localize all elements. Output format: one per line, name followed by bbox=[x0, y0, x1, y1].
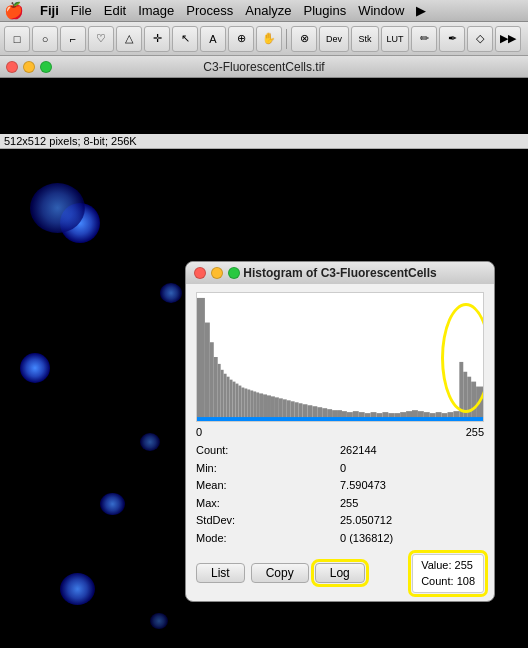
svg-rect-12 bbox=[241, 388, 244, 421]
tool-cancel[interactable]: ⊗ bbox=[291, 26, 317, 52]
minimize-button[interactable] bbox=[23, 61, 35, 73]
count-value: 262144 bbox=[340, 442, 484, 460]
close-button[interactable] bbox=[6, 61, 18, 73]
count-label: Count: bbox=[196, 442, 340, 460]
tool-pen[interactable]: ✒ bbox=[439, 26, 465, 52]
min-value: 0 bbox=[340, 460, 484, 478]
svg-rect-2 bbox=[210, 342, 214, 421]
maximize-button[interactable] bbox=[40, 61, 52, 73]
cell-8 bbox=[160, 283, 182, 303]
cell-4 bbox=[100, 493, 125, 515]
histogram-chart-inner bbox=[197, 293, 483, 421]
hist-xmax: 255 bbox=[466, 426, 484, 438]
mean-value: 7.590473 bbox=[340, 477, 484, 495]
hist-maximize-button[interactable] bbox=[228, 267, 240, 279]
menu-file[interactable]: File bbox=[71, 3, 92, 18]
histogram-xaxis: 0 255 bbox=[196, 426, 484, 438]
svg-rect-10 bbox=[235, 384, 238, 421]
cell-7 bbox=[150, 613, 168, 629]
menu-image[interactable]: Image bbox=[138, 3, 174, 18]
tool-arrow[interactable]: ↖ bbox=[172, 26, 198, 52]
svg-rect-1 bbox=[205, 323, 210, 421]
toolbar: □ ○ ⌐ ♡ △ ✛ ↖ A ⊕ ✋ ⊗ Dev Stk LUT ✏ ✒ ◇ … bbox=[0, 22, 528, 56]
hist-xmin: 0 bbox=[196, 426, 202, 438]
max-value: 255 bbox=[340, 495, 484, 513]
tool-freehand[interactable]: ♡ bbox=[88, 26, 114, 52]
copy-button[interactable]: Copy bbox=[251, 563, 309, 583]
histogram-traffic-lights bbox=[194, 267, 240, 279]
tool-text[interactable]: A bbox=[200, 26, 226, 52]
svg-rect-15 bbox=[250, 390, 253, 421]
menu-window[interactable]: Window bbox=[358, 3, 404, 18]
svg-rect-9 bbox=[233, 382, 236, 421]
histogram-stats: Count: 262144 Min: 0 Mean: 7.590473 Max:… bbox=[196, 442, 484, 548]
menu-edit[interactable]: Edit bbox=[104, 3, 126, 18]
svg-rect-8 bbox=[230, 380, 233, 421]
svg-rect-59 bbox=[467, 377, 471, 421]
svg-rect-18 bbox=[259, 393, 263, 421]
stddev-label: StdDev: bbox=[196, 512, 340, 530]
histogram-dialog: Histogram of C3-FluorescentCells bbox=[185, 261, 495, 602]
tool-lut[interactable]: LUT bbox=[381, 26, 409, 52]
value-count-box: Value: 255 Count: 108 bbox=[412, 554, 484, 593]
svg-rect-3 bbox=[214, 357, 218, 421]
image-titlebar: C3-FluorescentCells.tif bbox=[0, 56, 528, 78]
svg-rect-6 bbox=[224, 374, 227, 421]
image-title: C3-FluorescentCells.tif bbox=[203, 60, 324, 74]
hist-minimize-button[interactable] bbox=[211, 267, 223, 279]
svg-rect-61 bbox=[476, 387, 483, 421]
tool-triangle[interactable]: △ bbox=[116, 26, 142, 52]
tool-oval[interactable]: ○ bbox=[32, 26, 58, 52]
svg-rect-17 bbox=[256, 392, 259, 421]
tool-crosshair[interactable]: ✛ bbox=[144, 26, 170, 52]
svg-rect-7 bbox=[227, 377, 230, 421]
image-info-bar: 512x512 pixels; 8-bit; 256K bbox=[0, 134, 528, 149]
svg-rect-19 bbox=[263, 394, 267, 421]
svg-rect-0 bbox=[197, 298, 205, 421]
cell-3 bbox=[20, 353, 50, 383]
tool-stk[interactable]: Stk bbox=[351, 26, 379, 52]
menu-more[interactable]: ▶ bbox=[416, 3, 426, 18]
image-info-text: 512x512 pixels; 8-bit; 256K bbox=[4, 135, 137, 147]
histogram-chart bbox=[196, 292, 484, 422]
count-label: Count: bbox=[421, 575, 453, 587]
toolbar-separator bbox=[286, 29, 287, 49]
tool-more[interactable]: ▶▶ bbox=[495, 26, 521, 52]
histogram-titlebar: Histogram of C3-FluorescentCells bbox=[186, 262, 494, 284]
value-line: Value: 255 bbox=[421, 557, 475, 574]
stddev-value: 25.050712 bbox=[340, 512, 484, 530]
tool-polygon[interactable]: ⌐ bbox=[60, 26, 86, 52]
menu-process[interactable]: Process bbox=[186, 3, 233, 18]
menu-plugins[interactable]: Plugins bbox=[304, 3, 347, 18]
mean-label: Mean: bbox=[196, 477, 340, 495]
svg-rect-13 bbox=[244, 389, 247, 421]
tool-hand[interactable]: ✋ bbox=[256, 26, 282, 52]
traffic-lights bbox=[6, 61, 52, 73]
svg-rect-62 bbox=[197, 417, 483, 421]
svg-rect-14 bbox=[247, 389, 250, 421]
cell-5 bbox=[140, 433, 160, 451]
tool-dev[interactable]: Dev bbox=[319, 26, 349, 52]
main-image-canvas[interactable]: Press 'i' (Image>Show Info) for informat… bbox=[0, 153, 528, 648]
min-label: Min: bbox=[196, 460, 340, 478]
hist-close-button[interactable] bbox=[194, 267, 206, 279]
tool-magnify[interactable]: ⊕ bbox=[228, 26, 254, 52]
count-val: 108 bbox=[457, 575, 475, 587]
menu-fiji[interactable]: Fiji bbox=[40, 3, 59, 18]
svg-rect-58 bbox=[463, 372, 467, 421]
log-button[interactable]: Log bbox=[315, 563, 365, 583]
tool-pencil[interactable]: ✏ bbox=[411, 26, 437, 52]
value-label: Value: bbox=[421, 559, 451, 571]
mode-value: 0 (136812) bbox=[340, 530, 484, 548]
list-button[interactable]: List bbox=[196, 563, 245, 583]
svg-rect-16 bbox=[253, 391, 256, 421]
tool-rectangle[interactable]: □ bbox=[4, 26, 30, 52]
mode-label: Mode: bbox=[196, 530, 340, 548]
image-window: C3-FluorescentCells.tif 512x512 pixels; … bbox=[0, 56, 528, 648]
tool-diamond[interactable]: ◇ bbox=[467, 26, 493, 52]
svg-rect-11 bbox=[238, 386, 241, 421]
histogram-svg bbox=[197, 293, 483, 421]
count-line: Count: 108 bbox=[421, 573, 475, 590]
menu-analyze[interactable]: Analyze bbox=[245, 3, 291, 18]
apple-menu[interactable]: 🍎 bbox=[4, 1, 24, 20]
